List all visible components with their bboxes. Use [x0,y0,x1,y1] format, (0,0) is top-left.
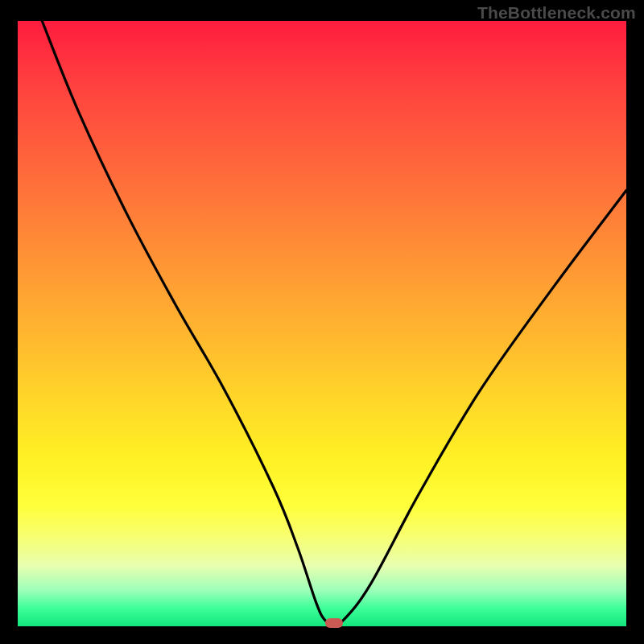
chart-frame: TheBottleneck.com [0,0,644,644]
watermark-text: TheBottleneck.com [477,3,636,23]
bottleneck-curve [18,21,626,626]
plot-area [18,21,626,626]
optimum-marker [325,618,343,628]
